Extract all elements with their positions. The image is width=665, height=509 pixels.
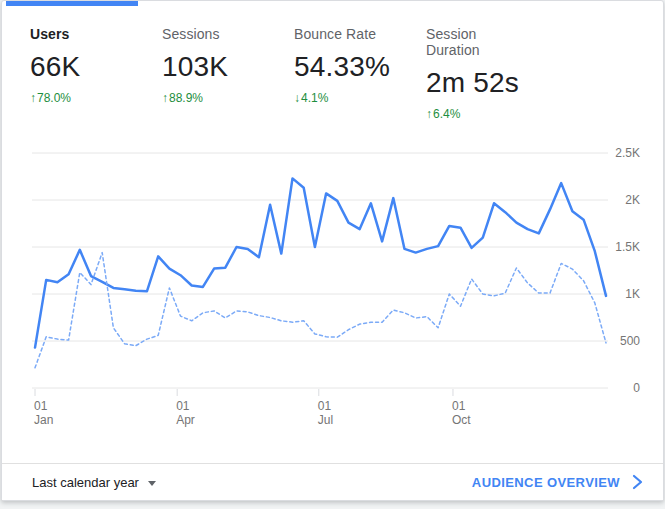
metric-delta: ↓4.1% [294, 91, 402, 105]
audience-overview-label: AUDIENCE OVERVIEW [472, 475, 620, 490]
metric-delta: ↑6.4% [426, 107, 534, 121]
y-axis-label: 1.5K [615, 240, 640, 254]
metric-label: Sessions [162, 26, 270, 42]
x-axis-label-day: 01 [176, 399, 190, 413]
metric-tab-users[interactable]: Users 66K ↑78.0% [6, 1, 138, 119]
current-period-line [35, 178, 606, 347]
y-axis-label: 500 [620, 334, 640, 348]
y-axis-label: 2.5K [615, 146, 640, 160]
date-range-selector[interactable]: Last calendar year [32, 475, 156, 490]
x-axis-label-day: 01 [34, 399, 48, 413]
previous-period-line [35, 253, 606, 368]
metric-delta: ↑88.9% [162, 91, 270, 105]
y-axis-label: 1K [625, 287, 640, 301]
metric-delta-value: 6.4% [433, 107, 460, 121]
analytics-overview-card: Users 66K ↑78.0% Sessions 103K ↑88.9% Bo… [1, 0, 664, 501]
y-axis-label: 0 [633, 381, 640, 395]
trend-down-icon: ↓ [294, 91, 300, 105]
metric-tab-sessions[interactable]: Sessions 103K ↑88.9% [138, 1, 270, 119]
metric-tab-session-duration[interactable]: Session Duration 2m 52s ↑6.4% [402, 1, 534, 119]
metric-value: 103K [162, 51, 270, 83]
metric-tab-bounce-rate[interactable]: Bounce Rate 54.33% ↓4.1% [270, 1, 402, 119]
metric-label: Users [30, 26, 138, 42]
x-axis-label-month: Oct [452, 413, 471, 427]
metric-delta-value: 4.1% [301, 91, 328, 105]
metric-delta-value: 88.9% [169, 91, 203, 105]
metric-label: Session Duration [426, 26, 534, 58]
trend-up-icon: ↑ [162, 91, 168, 105]
x-axis-label-month: Apr [176, 413, 195, 427]
users-trend-chart: 05001K1.5K2K2.5K01Jan01Apr01Jul01Oct [2, 121, 665, 441]
x-axis-label-day: 01 [452, 399, 466, 413]
metric-value: 2m 52s [426, 67, 534, 99]
chevron-right-icon [632, 474, 643, 490]
x-axis-label-month: Jan [34, 413, 53, 427]
metric-label: Bounce Rate [294, 26, 402, 42]
metric-delta-value: 78.0% [37, 91, 71, 105]
metric-value: 66K [30, 51, 138, 83]
y-axis-label: 2K [625, 193, 640, 207]
audience-overview-link[interactable]: AUDIENCE OVERVIEW [472, 474, 643, 490]
trend-up-icon: ↑ [426, 107, 432, 121]
metric-value: 54.33% [294, 51, 402, 83]
trend-up-icon: ↑ [30, 91, 36, 105]
date-range-label: Last calendar year [32, 475, 139, 490]
metric-delta: ↑78.0% [30, 91, 138, 105]
x-axis-label-month: Jul [318, 413, 333, 427]
active-tab-indicator [6, 1, 138, 6]
card-footer: Last calendar year AUDIENCE OVERVIEW [2, 463, 663, 500]
metric-tabs: Users 66K ↑78.0% Sessions 103K ↑88.9% Bo… [2, 1, 663, 119]
x-axis-label-day: 01 [318, 399, 332, 413]
dropdown-caret-icon [148, 481, 156, 486]
